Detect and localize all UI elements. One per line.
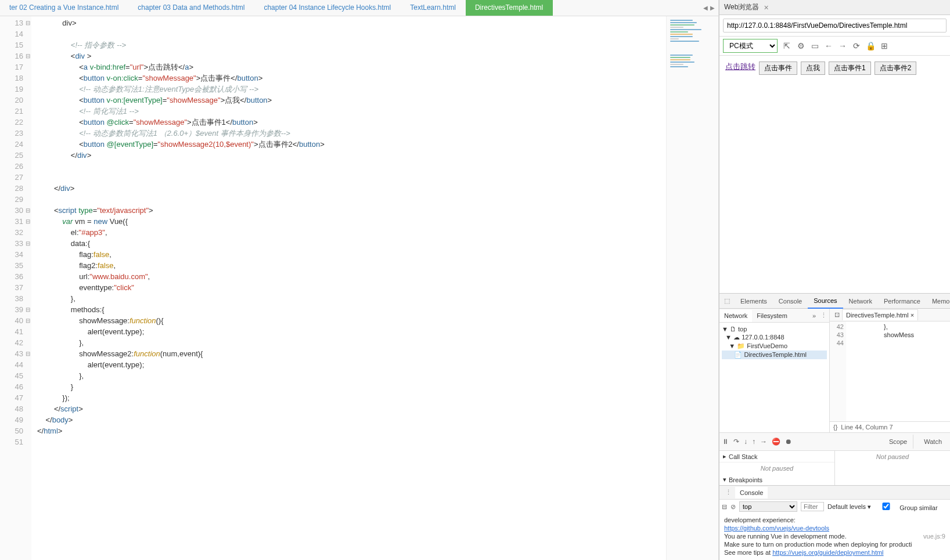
braces-icon[interactable]: {} — [833, 424, 837, 431]
breakpoints-header[interactable]: ▾ Breakpoints — [719, 474, 834, 485]
devtools: ⬚ Elements Console Sources Network Perfo… — [719, 293, 950, 560]
more-icon[interactable]: » — [810, 312, 818, 319]
console-sidebar-icon[interactable]: ⊟ — [722, 503, 727, 511]
step-into-icon[interactable]: ↓ — [744, 438, 747, 446]
close-icon[interactable]: × — [764, 3, 768, 12]
menu-icon[interactable]: ⋮ — [818, 312, 829, 319]
editor-tab[interactable]: TextLearn.html — [401, 0, 466, 16]
sub-tab-network[interactable]: Network — [719, 310, 752, 322]
export-icon[interactable]: ⇱ — [782, 41, 791, 50]
url-input[interactable] — [723, 19, 947, 32]
sources-tree[interactable]: ▼ 🗋 top ▼ ☁ 127.0.0.1:8848 ▼ 📁 FirstVueD… — [719, 323, 830, 362]
qr-icon[interactable]: ⊞ — [880, 41, 889, 50]
dt-tab-performance[interactable]: Performance — [878, 294, 926, 308]
mode-select[interactable]: PC模式 — [723, 39, 778, 53]
forward-icon[interactable]: → — [838, 41, 847, 50]
console-context-select[interactable]: top — [739, 501, 797, 512]
pause-icon[interactable]: ⏸ — [722, 438, 729, 446]
console-output[interactable]: development experience:https://github.co… — [719, 514, 950, 560]
preview-button-2[interactable]: 点我 — [801, 62, 825, 75]
not-paused-right: Not paused — [835, 451, 950, 463]
refresh-icon[interactable]: ⟳ — [852, 41, 861, 50]
src-nav-icon[interactable]: ⊡ — [832, 311, 842, 319]
back-icon[interactable]: ← — [824, 41, 833, 50]
cursor-position: Line 44, Column 7 — [841, 424, 893, 431]
dt-tab-memory[interactable]: Memory — [926, 294, 950, 308]
console-drawer-tab[interactable]: Console — [735, 487, 768, 498]
inspect-icon[interactable]: ⬚ — [719, 297, 735, 305]
dt-tab-network[interactable]: Network — [843, 294, 878, 308]
sub-tab-filesystem[interactable]: Filesystem — [752, 310, 792, 321]
preview-button-1[interactable]: 点击事件 — [759, 62, 797, 75]
dt-tab-console[interactable]: Console — [773, 294, 808, 308]
src-code[interactable]: }, showMess — [846, 321, 950, 421]
dt-tab-elements[interactable]: Elements — [735, 294, 773, 308]
src-gutter: 424344 — [830, 321, 846, 421]
editor-tab[interactable]: DirectivesTemple.html — [466, 0, 553, 16]
dt-tab-sources[interactable]: Sources — [808, 294, 843, 309]
editor-tabs: ter 02 Creating a Vue Instance.htmlchapt… — [0, 0, 718, 16]
scope-tab[interactable]: Scope — [883, 435, 913, 449]
browser-tab-bar: Web浏览器 × — [719, 0, 950, 15]
code-editor[interactable]: div> <!-- 指令参数 --> <div > <a v-bind:href… — [31, 16, 666, 560]
call-stack-header[interactable]: ▸ Call Stack — [719, 451, 834, 463]
device-icon[interactable]: ▭ — [810, 41, 819, 50]
step-icon[interactable]: → — [760, 438, 767, 446]
line-number-gutter: 1314151617181920212223242526272829303132… — [0, 16, 24, 560]
source-file-tab[interactable]: DirectivesTemple.html × — [842, 309, 918, 320]
preview-link[interactable]: 点击跳转 — [725, 62, 755, 72]
settings-icon[interactable]: ⚙ — [796, 41, 805, 50]
editor-tab[interactable]: chapter 04 Instance Lifecycle Hooks.html — [254, 0, 401, 16]
pause-exceptions-icon[interactable]: ⏺ — [785, 438, 792, 446]
editor-tab[interactable]: chapter 03 Data and Methods.html — [128, 0, 254, 16]
browser-tab-title: Web浏览器 — [724, 2, 759, 12]
console-filter-input[interactable] — [801, 502, 824, 511]
group-similar-checkbox[interactable]: Group similar — [875, 503, 937, 511]
not-paused-left: Not paused — [719, 463, 834, 474]
preview-button-4[interactable]: 点击事件2 — [875, 62, 917, 75]
editor-tab[interactable]: ter 02 Creating a Vue Instance.html — [0, 0, 128, 16]
tab-nav-arrows[interactable]: ◀▶ — [700, 0, 718, 16]
lock-icon[interactable]: 🔒 — [866, 41, 875, 50]
minimap[interactable] — [666, 16, 718, 560]
step-out-icon[interactable]: ↑ — [752, 438, 755, 446]
preview-button-3[interactable]: 点击事件1 — [829, 62, 871, 75]
watch-tab[interactable]: Watch — [918, 435, 948, 449]
browser-preview: 点击跳转 点击事件 点我 点击事件1 点击事件2 — [719, 56, 950, 293]
step-over-icon[interactable]: ↷ — [733, 438, 739, 446]
browser-toolbar: PC模式 ⇱ ⚙ ▭ ← → ⟳ 🔒 ⊞ — [719, 37, 950, 56]
clear-console-icon[interactable]: ⊘ — [731, 503, 736, 511]
fold-column[interactable]: ⊟⊟⊟⊟⊟⊟⊟⊟ — [24, 16, 31, 560]
console-menu-icon[interactable]: ⋮ — [722, 489, 735, 496]
deactivate-bp-icon[interactable]: ⛔ — [772, 438, 780, 446]
log-levels-select[interactable]: Default levels ▾ — [827, 503, 871, 511]
